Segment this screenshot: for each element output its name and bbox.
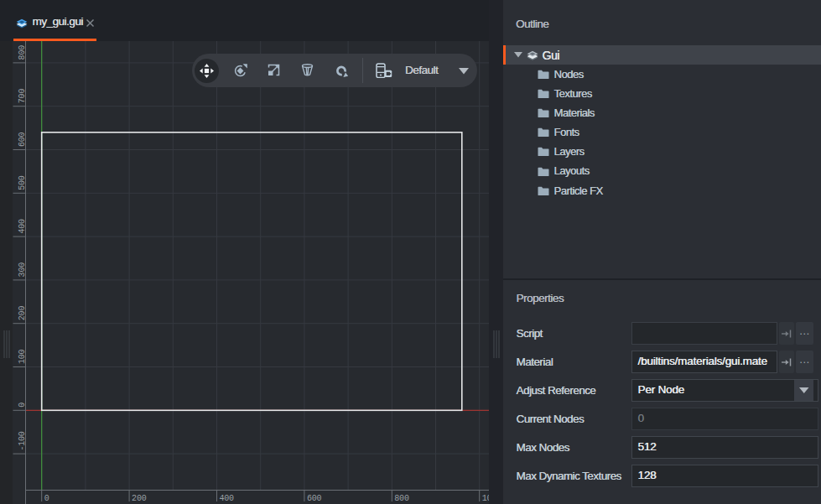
svg-text:500: 500	[18, 175, 27, 190]
svg-text:200: 200	[132, 494, 147, 503]
svg-text:0: 0	[18, 403, 27, 408]
svg-text:200: 200	[18, 306, 27, 321]
svg-text:400: 400	[220, 494, 235, 503]
svg-text:-100: -100	[18, 431, 27, 450]
svg-text:0: 0	[44, 494, 49, 503]
svg-text:400: 400	[18, 219, 27, 234]
svg-text:1000: 1000	[482, 494, 489, 503]
svg-text:100: 100	[18, 349, 27, 364]
svg-text:600: 600	[307, 494, 322, 503]
svg-text:600: 600	[18, 132, 27, 147]
svg-text:300: 300	[18, 262, 27, 278]
svg-text:700: 700	[18, 89, 27, 104]
svg-text:800: 800	[394, 494, 409, 503]
svg-text:800: 800	[18, 45, 27, 60]
